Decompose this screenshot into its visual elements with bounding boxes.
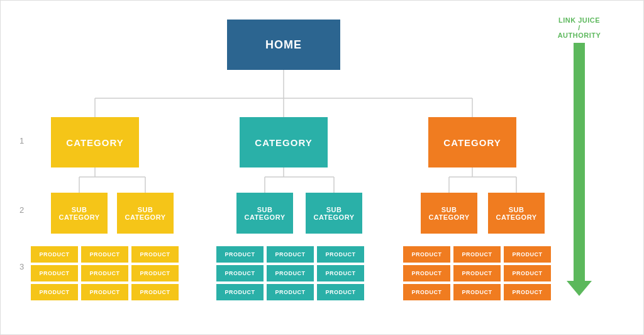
home-node: HOME bbox=[227, 20, 340, 70]
level-2-label: 2 bbox=[19, 205, 24, 215]
product-o-r1c3: PRODUCT bbox=[504, 246, 551, 263]
product-o-r1c1: PRODUCT bbox=[403, 246, 450, 263]
product-o-r3c1: PRODUCT bbox=[403, 284, 450, 300]
main-container: HOME 1 CATEGORY CATEGORY CATEGORY 2 SUBC… bbox=[0, 0, 644, 335]
product-t-r3c3: PRODUCT bbox=[317, 284, 364, 300]
product-y-r3c1: PRODUCT bbox=[31, 284, 78, 300]
product-t-r2c2: PRODUCT bbox=[267, 265, 314, 281]
product-y-r1c1: PRODUCT bbox=[31, 246, 78, 263]
subcat-orange-2: SUBCATEGORY bbox=[488, 193, 545, 234]
subcat-yellow-2: SUBCATEGORY bbox=[117, 193, 174, 234]
product-y-r2c2: PRODUCT bbox=[81, 265, 128, 281]
product-t-r2c1: PRODUCT bbox=[216, 265, 264, 281]
category-node-teal: CATEGORY bbox=[240, 117, 328, 168]
product-o-r1c2: PRODUCT bbox=[453, 246, 501, 263]
product-y-r2c3: PRODUCT bbox=[131, 265, 179, 281]
home-label: HOME bbox=[265, 38, 302, 52]
link-juice-area: LINK JUICE / AUTHORITY bbox=[560, 16, 598, 282]
subcat-teal-2: SUBCATEGORY bbox=[306, 193, 362, 234]
level-1-label: 1 bbox=[19, 136, 24, 145]
level-3-label: 3 bbox=[19, 262, 24, 271]
product-t-r3c2: PRODUCT bbox=[267, 284, 314, 300]
product-y-r3c2: PRODUCT bbox=[81, 284, 128, 300]
subcat-teal-1: SUBCATEGORY bbox=[236, 193, 293, 234]
product-y-r3c3: PRODUCT bbox=[131, 284, 179, 300]
product-t-r1c2: PRODUCT bbox=[267, 246, 314, 263]
product-y-r1c3: PRODUCT bbox=[131, 246, 179, 263]
product-y-r1c2: PRODUCT bbox=[81, 246, 128, 263]
link-juice-line1: LINK JUICE / bbox=[558, 16, 600, 31]
product-y-r2c1: PRODUCT bbox=[31, 265, 78, 281]
product-o-r3c2: PRODUCT bbox=[453, 284, 501, 300]
product-o-r2c2: PRODUCT bbox=[453, 265, 501, 281]
diagram-area: HOME 1 CATEGORY CATEGORY CATEGORY 2 SUBC… bbox=[13, 7, 604, 328]
subcat-yellow-1: SUBCATEGORY bbox=[51, 193, 108, 234]
product-o-r3c3: PRODUCT bbox=[504, 284, 551, 300]
product-t-r3c1: PRODUCT bbox=[216, 284, 264, 300]
link-juice-label: LINK JUICE / AUTHORITY bbox=[558, 16, 601, 39]
product-o-r2c1: PRODUCT bbox=[403, 265, 450, 281]
link-juice-arrow bbox=[574, 43, 585, 282]
product-o-r2c3: PRODUCT bbox=[504, 265, 551, 281]
category-label-yellow: CATEGORY bbox=[66, 137, 123, 148]
product-t-r2c3: PRODUCT bbox=[317, 265, 364, 281]
link-juice-line2: AUTHORITY bbox=[558, 31, 601, 39]
product-t-r1c1: PRODUCT bbox=[216, 246, 264, 263]
category-node-yellow: CATEGORY bbox=[51, 117, 139, 168]
category-node-orange: CATEGORY bbox=[428, 117, 516, 168]
product-t-r1c3: PRODUCT bbox=[317, 246, 364, 263]
category-label-teal: CATEGORY bbox=[255, 137, 312, 148]
subcat-orange-1: SUBCATEGORY bbox=[421, 193, 477, 234]
category-label-orange: CATEGORY bbox=[443, 137, 501, 148]
